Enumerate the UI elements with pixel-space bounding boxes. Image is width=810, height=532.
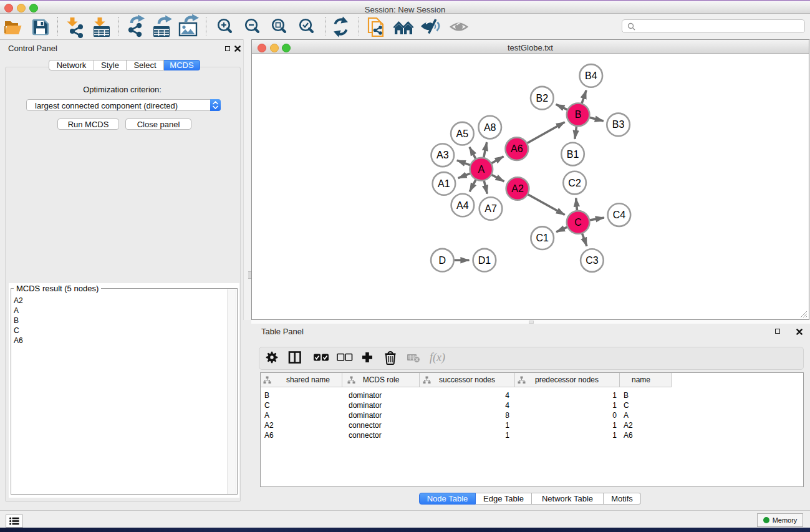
svg-text:A3: A3 xyxy=(436,150,449,160)
svg-text:C4: C4 xyxy=(613,210,626,220)
svg-text:A2: A2 xyxy=(511,183,524,194)
svg-text:B1: B1 xyxy=(567,149,579,160)
svg-text:D: D xyxy=(439,255,446,266)
svg-text:B4: B4 xyxy=(585,70,597,81)
svg-text:A5: A5 xyxy=(456,128,469,139)
svg-text:C1: C1 xyxy=(536,233,549,243)
svg-text:A7: A7 xyxy=(485,203,497,214)
svg-text:A6: A6 xyxy=(511,143,523,154)
svg-text:A4: A4 xyxy=(456,200,469,211)
svg-text:B: B xyxy=(575,109,582,120)
svg-text:C: C xyxy=(574,217,582,228)
svg-text:C2: C2 xyxy=(568,178,581,188)
svg-text:A: A xyxy=(478,164,485,175)
svg-text:A8: A8 xyxy=(484,122,496,133)
svg-text:B2: B2 xyxy=(536,93,549,104)
svg-text:f(x): f(x) xyxy=(430,351,445,364)
svg-text:C3: C3 xyxy=(586,255,599,266)
svg-text:B3: B3 xyxy=(612,119,625,130)
svg-text:D1: D1 xyxy=(478,255,491,266)
svg-text:A1: A1 xyxy=(438,178,450,189)
